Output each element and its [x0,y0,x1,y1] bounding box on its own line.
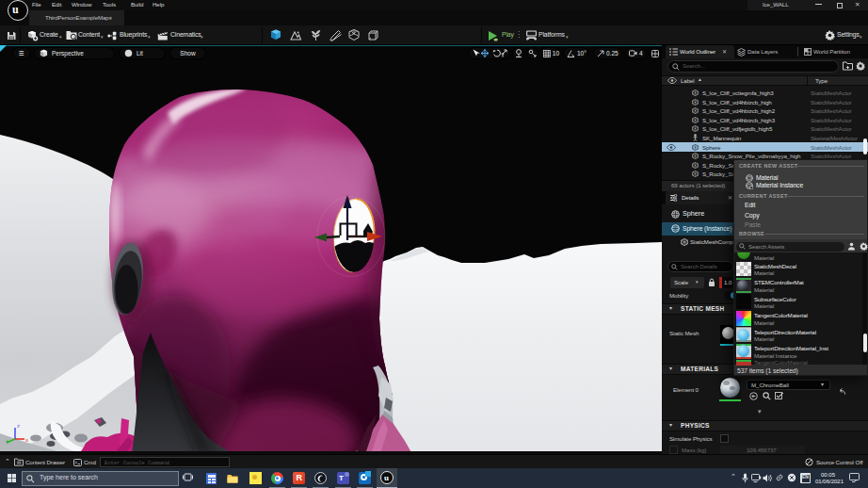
svg-text:z: z [17,423,20,429]
svg-text:x: x [25,437,28,443]
